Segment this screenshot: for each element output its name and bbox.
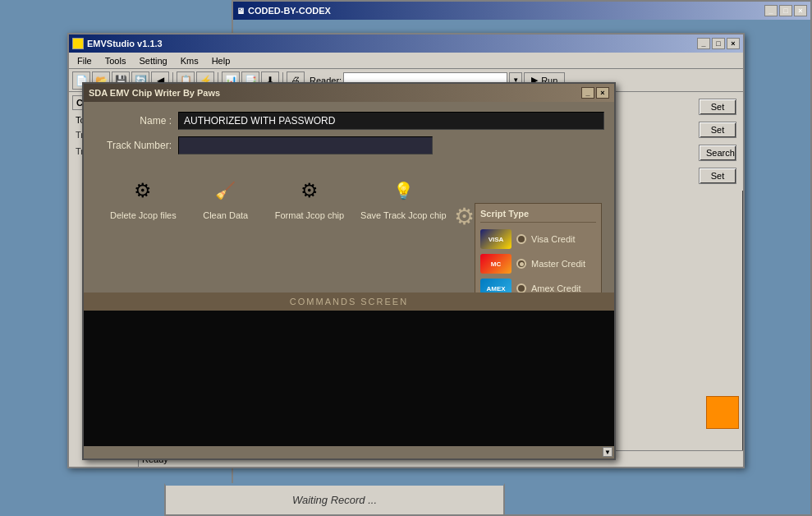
format-jcop-icon: ⚙ — [293, 174, 326, 207]
sda-close-button[interactable]: × — [596, 87, 609, 99]
sda-title-text: SDA EMV Chip Writer By Paws — [89, 88, 220, 98]
menu-kms[interactable]: Kms — [176, 54, 204, 67]
bg-window-titlebar: 🖥 CODED-BY-CODEX _ □ × — [233, 2, 810, 20]
clean-data-button[interactable]: 🧹 Clean Data — [193, 174, 259, 220]
emv-title-text: EMVStudio v1.1.3 — [72, 38, 163, 49]
delete-jcop-icon: ⚙ — [126, 174, 159, 207]
save-track-label: Save Track Jcop chip — [360, 210, 447, 220]
clean-data-icon: 🧹 — [209, 174, 242, 207]
sda-titlebar: SDA EMV Chip Writer By Paws _ × — [84, 84, 614, 102]
set-button-1[interactable]: Set — [699, 99, 736, 115]
sda-name-row: Name : — [94, 112, 604, 130]
waiting-bar: Waiting Record ... — [164, 483, 505, 516]
visa-card-icon: VISA — [480, 229, 512, 249]
menu-bar: File Tools Setting Kms Help — [69, 53, 743, 69]
bg-window-title: 🖥 CODED-BY-CODEX — [236, 6, 331, 16]
menu-tools[interactable]: Tools — [100, 54, 131, 67]
emv-close-button[interactable]: × — [727, 38, 740, 49]
format-jcop-button[interactable]: ⚙ Format Jcop chip — [275, 174, 344, 220]
sda-track-label: Track Number: — [94, 140, 172, 151]
bg-minimize-button[interactable]: _ — [764, 5, 778, 16]
emv-win-controls: _ □ × — [697, 38, 740, 49]
bg-window-icon: 🖥 — [236, 7, 245, 16]
sda-dialog: SDA EMV Chip Writer By Paws _ × Name : T… — [82, 82, 616, 460]
script-type-title: Script Type — [480, 209, 596, 223]
bg-close-button[interactable]: × — [794, 5, 807, 16]
waiting-text: Waiting Record ... — [292, 494, 377, 506]
delete-jcop-button[interactable]: ⚙ Delete Jcop files — [110, 174, 177, 220]
master-card-icon: MC — [480, 254, 512, 274]
commands-label: COMMANDS SCREEN — [290, 297, 408, 306]
script-option-visa[interactable]: VISA Visa Credit — [480, 229, 596, 249]
delete-jcop-label: Delete Jcop files — [110, 210, 177, 220]
menu-setting[interactable]: Setting — [134, 54, 172, 67]
bg-window-controls: _ □ × — [764, 5, 807, 16]
sda-name-label: Name : — [94, 115, 172, 127]
script-option-master[interactable]: MC Master Credit — [480, 254, 596, 274]
bg-maximize-button[interactable]: □ — [779, 5, 792, 16]
commands-area: COMMANDS SCREEN — [84, 293, 614, 446]
settings-icon[interactable]: ⚙ — [454, 203, 475, 230]
emv-maximize-button[interactable]: □ — [712, 38, 725, 49]
visa-radio[interactable] — [516, 234, 526, 244]
sda-name-input[interactable] — [178, 112, 604, 130]
emv-titlebar: EMVStudio v1.1.3 _ □ × — [69, 35, 743, 53]
sda-track-input[interactable] — [178, 136, 433, 154]
sda-scroll[interactable]: ▼ — [603, 447, 612, 457]
commands-body — [84, 311, 614, 446]
clean-data-label: Clean Data — [203, 210, 248, 220]
sda-track-row: Track Number: — [94, 136, 604, 154]
right-buttons-panel: Set Set Search Set — [692, 92, 743, 191]
search-button[interactable]: Search — [699, 145, 736, 161]
master-radio[interactable] — [516, 259, 526, 269]
orange-button[interactable] — [706, 396, 739, 429]
visa-label: Visa Credit — [531, 234, 576, 244]
menu-file[interactable]: File — [72, 54, 97, 67]
sda-minimize-button[interactable]: _ — [581, 87, 594, 99]
set-button-3[interactable]: Set — [699, 168, 736, 184]
emv-minimize-button[interactable]: _ — [697, 38, 710, 49]
set-button-2[interactable]: Set — [699, 122, 736, 138]
bg-window-title-text: CODED-BY-CODEX — [248, 6, 331, 16]
emv-window-title: EMVStudio v1.1.3 — [87, 39, 163, 48]
master-label: Master Credit — [531, 259, 585, 269]
save-track-button[interactable]: 💡 Save Track Jcop chip — [360, 174, 447, 220]
commands-header: COMMANDS SCREEN — [84, 293, 614, 311]
emv-title-icon — [72, 38, 84, 49]
save-track-icon: 💡 — [387, 174, 420, 207]
menu-help[interactable]: Help — [207, 54, 236, 67]
sda-win-controls: _ × — [581, 87, 609, 99]
format-jcop-label: Format Jcop chip — [275, 210, 344, 220]
